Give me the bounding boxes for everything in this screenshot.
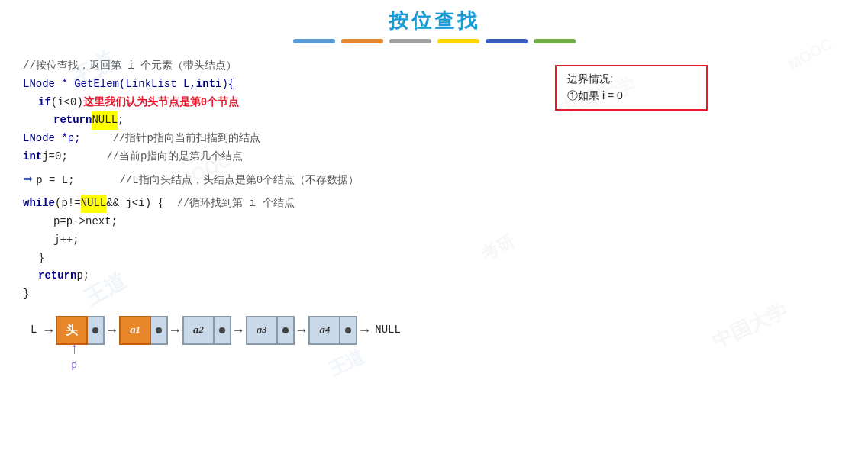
ll-node-a1: a1 <box>119 316 168 345</box>
ll-data-a3: a3 <box>246 316 278 345</box>
ll-arrow-4: → <box>298 319 306 343</box>
border-case-title: 边界情况: <box>567 72 695 86</box>
ll-data-a4: a4 <box>308 316 340 345</box>
code-line-6: ➡ p = L; //L指向头结点，头结点是第0个结点（不存数据） <box>23 166 509 195</box>
code-line-2: if(i<0)这里我们认为头节点是第0个节点 <box>38 94 509 112</box>
ll-data-a1: a1 <box>119 316 151 345</box>
code-comment-text: //按位查找，返回第 i 个元素（带头结点） <box>23 57 237 76</box>
code-line-11: return p; <box>38 267 509 285</box>
code-return-1: return <box>53 111 92 130</box>
content-area: //按位查找，返回第 i 个元素（带头结点） LNode * GetElem(L… <box>23 57 845 345</box>
code-j-init: j=0; <box>42 148 106 166</box>
code-semi-1: ; <box>118 111 124 130</box>
code-line-1: LNode * GetElem(LinkList L, int i){ <box>23 76 509 94</box>
code-comment-while: //循环找到第 i 个结点 <box>177 195 295 213</box>
ll-null: NULL <box>375 321 401 340</box>
code-line-4: LNode *p; //指针p指向当前扫描到的结点 <box>23 130 509 148</box>
color-bar-4 <box>437 39 479 43</box>
border-case-box: 边界情况: ①如果 i = 0 <box>555 65 708 111</box>
code-highlight-msg: 这里我们认为头节点是第0个节点 <box>83 94 239 112</box>
code-getelem-rest: i){ <box>215 76 234 94</box>
ll-ptr-a1 <box>151 316 168 345</box>
code-p-assign: p = L; <box>36 172 119 190</box>
code-line-7: while (p!=NULL && j<i) { //循环找到第 i 个结点 <box>23 195 509 213</box>
code-line-3: return NULL; <box>53 111 509 130</box>
code-null-1: NULL <box>92 111 118 130</box>
ll-initial-arrow: → <box>44 319 53 343</box>
color-bar-6 <box>534 39 576 43</box>
code-comment-pl: //L指向头结点，头结点是第0个结点（不存数据） <box>119 172 359 190</box>
ll-node-a2: a2 <box>182 316 231 345</box>
code-jpp: j++; <box>53 231 79 250</box>
ll-arrow-1: → <box>108 319 116 343</box>
code-comment-line: //按位查找，返回第 i 个元素（带头结点） <box>23 57 509 76</box>
code-line-10: } <box>38 250 509 268</box>
color-bar <box>23 39 845 43</box>
code-if-keyword: if <box>38 94 51 112</box>
ll-head-ptr <box>88 316 105 345</box>
code-while-cond2: && j<i) { <box>106 195 176 213</box>
ll-node-a3: a3 <box>246 316 295 345</box>
main-container: 王道 MOOC 王道 中国大学 考研 王道 MOOC 中国大学 按位查找 //按… <box>0 0 868 451</box>
code-lnode: LNode * GetElem(LinkList L, <box>23 76 196 94</box>
code-comment-j: //当前p指向的是第几个结点 <box>106 148 243 166</box>
code-null-2: NULL <box>81 195 107 213</box>
code-comment-p: //指针p指向当前扫描到的结点 <box>113 130 260 148</box>
code-line-12: } <box>23 285 509 304</box>
code-line-9: j++; <box>53 231 509 250</box>
code-return-2: return <box>38 267 76 285</box>
code-line-8: p=p->next; <box>53 213 509 231</box>
ll-arrow-2: → <box>171 319 179 343</box>
ll-ptr-a3 <box>278 316 295 345</box>
code-section: //按位查找，返回第 i 个元素（带头结点） LNode * GetElem(L… <box>23 57 509 345</box>
code-while-cond1: (p!= <box>55 195 81 213</box>
code-next: p=p->next; <box>53 213 118 231</box>
code-int-2: int <box>23 148 42 166</box>
color-bar-3 <box>389 39 431 43</box>
p-arrow-symbol: ↑ <box>69 342 79 357</box>
code-return-p: p; <box>76 267 89 285</box>
code-if-cond: (i<0) <box>51 94 83 112</box>
code-int-keyword: int <box>196 76 215 94</box>
p-pointer: ↑ p <box>69 342 79 374</box>
ll-label: L <box>31 321 37 340</box>
p-label: p <box>71 357 77 374</box>
color-bar-1 <box>293 39 335 43</box>
code-close-while: } <box>38 250 44 268</box>
color-bar-5 <box>486 39 528 43</box>
page-title: 按位查找 <box>23 8 845 34</box>
ll-arrow-null: → <box>360 319 369 343</box>
head-node-container: 头 ↑ p <box>56 316 105 345</box>
code-close-fn: } <box>23 285 29 304</box>
ll-head-node: 头 <box>56 316 105 345</box>
ll-ptr-a2 <box>215 316 231 345</box>
arrow-indicator: ➡ <box>23 166 33 195</box>
code-lnode-p: LNode *p; <box>23 130 113 148</box>
color-bar-2 <box>341 39 383 43</box>
ll-node-a4: a4 <box>308 316 357 345</box>
ll-ptr-a4 <box>340 316 357 345</box>
ll-arrow-3: → <box>234 319 243 343</box>
right-panel: 边界情况: ①如果 i = 0 <box>524 57 845 345</box>
border-case-item-1: ①如果 i = 0 <box>567 89 695 103</box>
code-line-5: int j=0; //当前p指向的是第几个结点 <box>23 148 509 166</box>
code-while: while <box>23 195 55 213</box>
ll-data-a2: a2 <box>182 316 215 345</box>
